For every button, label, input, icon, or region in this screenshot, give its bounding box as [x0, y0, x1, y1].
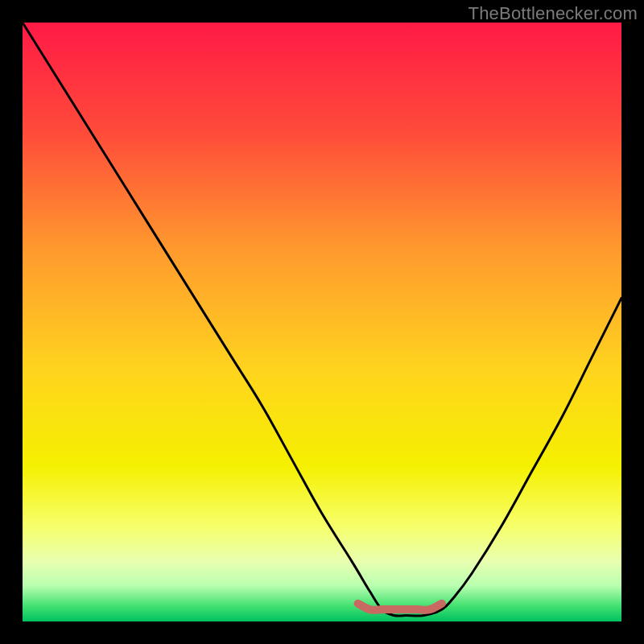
chart-frame: [23, 23, 621, 621]
watermark-text: TheBottlenecker.com: [469, 3, 638, 24]
chart-canvas: [23, 23, 621, 621]
gradient-background: [23, 23, 621, 621]
